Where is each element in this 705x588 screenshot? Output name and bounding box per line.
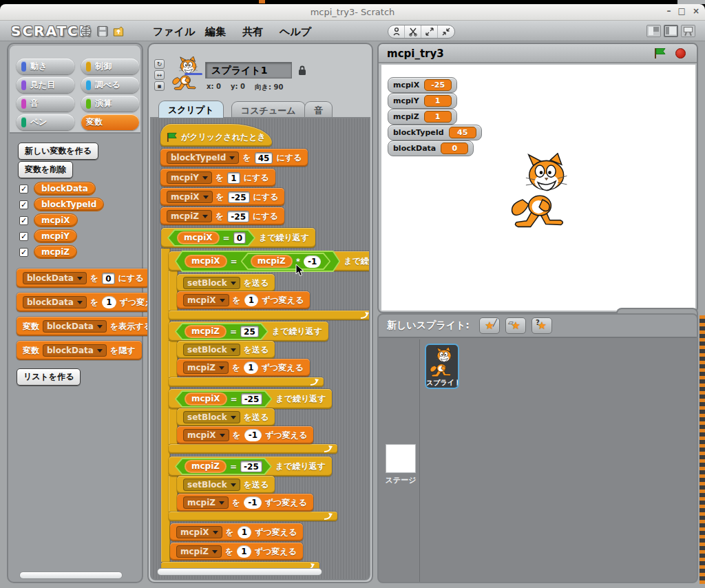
broadcast-block[interactable]: setBlockを送る <box>177 476 275 494</box>
tab-costumes[interactable]: コスチューム <box>231 101 306 118</box>
large-stage-layout-button[interactable] <box>664 25 678 37</box>
tab-scripts[interactable]: スクリプト <box>158 101 224 118</box>
sprite1-thumbnail[interactable]: スプライト1 <box>425 344 459 389</box>
broadcast-block[interactable]: setBlockを送る <box>177 408 275 426</box>
small-stage-layout-button[interactable] <box>646 25 661 37</box>
variable-reporter[interactable]: mcpiX <box>177 231 220 244</box>
variable-watcher[interactable]: mcpiZ1 <box>388 109 457 125</box>
stop-button[interactable] <box>675 48 686 59</box>
close-button[interactable]: × <box>693 6 699 16</box>
category-button-制御[interactable]: 制御 <box>81 59 139 74</box>
category-button-演算[interactable]: 演算 <box>81 96 139 112</box>
variable-watcher[interactable]: blockTypeId45 <box>388 125 482 140</box>
variable-reporter[interactable]: blockTypeId <box>34 198 104 211</box>
maximize-button[interactable]: □ <box>678 6 686 16</box>
presentation-mode-button[interactable] <box>681 25 695 37</box>
variable-reporter[interactable]: mcpiX <box>34 213 78 227</box>
minimize-button[interactable]: – <box>667 6 671 16</box>
repeat-until-block[interactable]: mcpiX=0まで繰り返す <box>161 228 315 248</box>
c-block-end-bar[interactable] <box>169 444 337 454</box>
variable-block[interactable]: mcpiZを-25にする <box>160 207 284 225</box>
number-input[interactable]: 0 <box>233 232 246 244</box>
variable-dropdown[interactable]: mcpiX <box>176 526 222 538</box>
number-input[interactable]: 1 <box>238 526 251 538</box>
number-input[interactable]: -1 <box>244 496 261 509</box>
condition-hex[interactable]: mcpiX=-25 <box>175 390 272 408</box>
number-input[interactable]: 1 <box>244 361 257 374</box>
menu-edit[interactable]: 編集 <box>205 25 226 39</box>
number-input[interactable]: -25 <box>241 393 263 405</box>
condition-hex[interactable]: mcpiX=0 <box>167 229 255 246</box>
variable-block[interactable]: blockTypeIdを45にする <box>160 149 308 167</box>
variable-checkbox[interactable]: ✓ <box>19 248 28 257</box>
variable-checkbox[interactable]: ✓ <box>19 216 28 225</box>
number-input[interactable]: 45 <box>255 152 273 164</box>
sprite-name-field[interactable]: スプライト1 <box>205 62 292 78</box>
no-rotate-style-button[interactable]: ▪ <box>154 81 165 91</box>
variable-checkbox[interactable]: ✓ <box>19 232 28 241</box>
variable-dropdown[interactable]: blockTypeId <box>167 151 239 164</box>
variable-dropdown[interactable]: blockData <box>23 272 87 284</box>
variable-block[interactable]: 変数blockDataを表示する <box>17 317 158 336</box>
repeat-until-block[interactable]: mcpiZ=25まで繰り返す <box>169 322 328 342</box>
variable-dropdown[interactable]: mcpiZ <box>183 496 229 509</box>
number-input[interactable]: 1 <box>244 294 258 306</box>
palette-scrollbar[interactable] <box>19 571 123 579</box>
number-input[interactable]: 1 <box>237 545 251 558</box>
variable-reporter[interactable]: mcpiY <box>34 229 77 243</box>
variable-reporter[interactable]: mcpiZ <box>185 460 227 473</box>
repeat-until-block[interactable]: mcpiX=-25まで繰り返す <box>169 389 332 409</box>
variable-block[interactable]: mcpiYを1にする <box>160 169 275 187</box>
variable-reporter[interactable]: blockData <box>34 182 96 196</box>
variable-dropdown[interactable]: mcpiX <box>183 429 229 441</box>
rotate-style-button[interactable]: ↻ <box>154 59 165 69</box>
category-button-調べる[interactable]: 調べる <box>81 77 139 93</box>
scripts-area[interactable]: がクリックされたときblockTypeIdを45にするmcpiYを1にするmcp… <box>150 117 370 580</box>
scripts-h-scrollbar[interactable] <box>157 568 322 576</box>
open-sprite-button[interactable]: ★▱ <box>505 317 526 334</box>
variable-watcher[interactable]: mcpiX-25 <box>388 77 457 93</box>
scissors-tool-button[interactable] <box>405 25 421 38</box>
number-input[interactable]: -25 <box>227 211 249 222</box>
variable-dropdown[interactable]: setBlock <box>183 479 240 491</box>
category-button-音[interactable]: 音 <box>17 96 74 112</box>
c-block-end-bar[interactable] <box>169 311 370 320</box>
make-list-button[interactable]: リストを作る <box>17 368 81 386</box>
tab-sound[interactable]: 音 <box>304 101 333 118</box>
condition-hex[interactable]: mcpiX=mcpiZ*-1 <box>175 251 340 272</box>
variable-checkbox[interactable]: ✓ <box>19 185 28 193</box>
lock-icon[interactable] <box>297 65 307 76</box>
stage-cat-sprite[interactable] <box>508 153 574 230</box>
variable-block[interactable]: blockDataを0にする <box>17 269 149 288</box>
variable-block[interactable]: mcpiXを-25にする <box>160 188 284 206</box>
c-block-end-bar[interactable] <box>169 512 337 521</box>
variable-dropdown[interactable]: blockData <box>43 344 107 357</box>
repeat-until-block[interactable]: mcpiX=mcpiZ*-1まで繰り返す <box>169 251 370 271</box>
variable-block[interactable]: mcpiZを1ずつ変える <box>177 359 310 377</box>
variable-dropdown[interactable]: mcpiZ <box>176 545 222 558</box>
new-variable-button[interactable]: 新しい変数を作る <box>18 143 98 160</box>
number-input[interactable]: -25 <box>240 461 262 472</box>
variable-block[interactable]: mcpiZを-1ずつ変える <box>177 494 313 512</box>
variable-reporter[interactable]: mcpiZ <box>34 245 77 259</box>
green-flag-button[interactable] <box>654 48 666 59</box>
number-input[interactable]: 25 <box>240 326 259 337</box>
stamp-tool-button[interactable] <box>388 25 405 38</box>
variable-checkbox[interactable]: ✓ <box>19 200 28 209</box>
category-button-見た目[interactable]: 見た目 <box>17 77 74 93</box>
menu-share[interactable]: 共有 <box>242 25 263 39</box>
stage-thumbnail[interactable] <box>386 444 416 473</box>
variable-dropdown[interactable]: setBlock <box>183 277 240 289</box>
variable-watcher[interactable]: mcpiY1 <box>388 93 457 109</box>
category-button-ペン[interactable]: ペン <box>17 114 74 130</box>
c-block-end-bar[interactable] <box>169 377 324 387</box>
number-input[interactable]: -25 <box>228 191 250 203</box>
paint-new-sprite-button[interactable]: ★╱ <box>479 317 500 334</box>
variable-block[interactable]: blockDataを1ずつ変える <box>17 293 168 312</box>
number-input[interactable]: 0 <box>102 273 114 284</box>
variable-dropdown[interactable]: mcpiY <box>167 171 212 184</box>
surprise-sprite-button[interactable]: ★? <box>532 317 552 334</box>
variable-dropdown[interactable]: setBlock <box>183 411 240 423</box>
grow-tool-button[interactable] <box>421 25 438 38</box>
variable-block[interactable]: mcpiZを1ずつ変える <box>170 543 303 560</box>
